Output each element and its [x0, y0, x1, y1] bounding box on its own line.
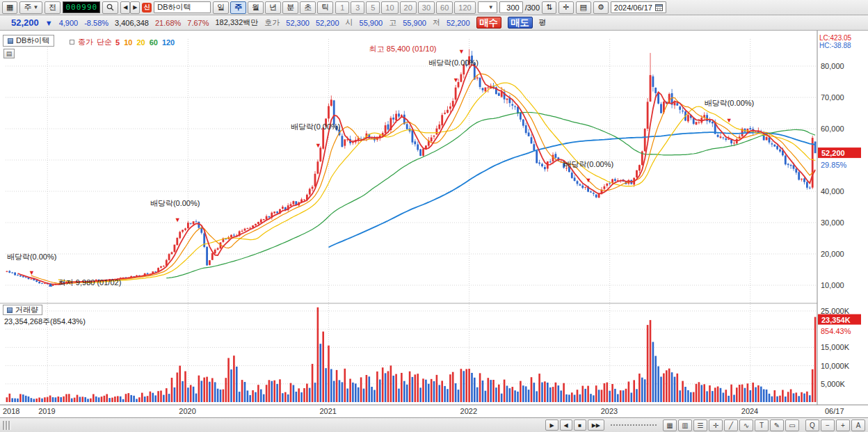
interval-button-120[interactable]: 120: [454, 1, 475, 14]
panel-icon[interactable]: ▥: [678, 419, 692, 431]
chart-title-tab[interactable]: DB하이텍: [3, 35, 54, 47]
legend-ma-10: 10: [124, 38, 132, 47]
year-label-2019: 2019: [38, 407, 55, 415]
search-button[interactable]: [102, 1, 118, 14]
price-volume-chart[interactable]: ▼배당락(0.00%)▲최저 9,980 (01/02)▼배당락(0.00%)▼…: [0, 31, 868, 417]
high-mark-arrow-icon: ▼: [458, 48, 465, 55]
open-price: 55,900: [360, 19, 383, 27]
interval-button-10[interactable]: 10: [381, 1, 398, 14]
price-tick-label: 60,000: [821, 125, 844, 133]
chart-nav-buttons: ▶◀■▶▶: [545, 419, 604, 431]
price-tick-label: 10,000: [821, 281, 844, 289]
period-button-second[interactable]: 초: [300, 1, 316, 14]
chart-style-icon: ▤: [580, 3, 587, 12]
indicator-settings-button[interactable]: ▤: [3, 49, 15, 58]
prev-stock-button[interactable]: ◀: [120, 1, 130, 14]
auto-scale-button[interactable]: A: [851, 419, 865, 431]
interval-button-3[interactable]: 3: [351, 1, 364, 14]
ex-dividend-2023-label: 배당락(0.00%): [705, 99, 755, 107]
price-tick-label: 40,000: [821, 187, 844, 195]
trade-value: 182,332백만: [216, 17, 259, 28]
gear-icon: ⚙: [597, 3, 604, 12]
period-button-day[interactable]: 일: [213, 1, 229, 14]
price-tick-label: 20,000: [821, 250, 844, 258]
legend-ma-60: 60: [150, 38, 158, 47]
wave-icon[interactable]: ∿: [739, 419, 753, 431]
ex-dividend-2022-arrow-icon: ▼: [586, 177, 592, 184]
price-tick-label: 80,000: [821, 62, 844, 70]
asset-type-dropdown[interactable]: 주▼: [19, 1, 42, 14]
indicator-list-icon[interactable]: ☰: [693, 419, 707, 431]
interval-button-30[interactable]: 30: [418, 1, 435, 14]
asset-type-label: 주: [24, 2, 31, 13]
buy-button[interactable]: 매수: [476, 17, 501, 29]
volume-tick-label: 10,000K: [821, 362, 850, 370]
stock-code-input[interactable]: 000990: [63, 1, 100, 13]
period-button-month[interactable]: 월: [248, 1, 264, 14]
turnover-pct: 21.68%: [155, 19, 181, 27]
interval-button-1[interactable]: 1: [335, 1, 349, 14]
grid-icon: ▤: [6, 50, 13, 57]
open-label: 시: [346, 17, 353, 28]
volume-pane-tab[interactable]: 거래량: [3, 305, 42, 315]
eraser-icon[interactable]: ▭: [785, 419, 799, 431]
date-value: 2024/06/17: [614, 3, 652, 12]
volume-pane-label: 거래량: [15, 305, 38, 315]
zoom-mode-button[interactable]: Q: [805, 419, 819, 431]
pencil-icon[interactable]: ✎: [770, 419, 784, 431]
low-price: 52,200: [447, 19, 470, 27]
year-label-2023: 2023: [601, 407, 618, 415]
legend-ma-20: 20: [136, 38, 145, 47]
period-button-year[interactable]: 년: [265, 1, 281, 14]
low-mark-arrow-icon: ▲: [47, 281, 54, 288]
ex-dividend-2019-label: 배당락(0.00%): [150, 199, 200, 207]
window-menu-button[interactable]: ▦: [2, 1, 17, 14]
jeon-button[interactable]: 전: [45, 1, 61, 14]
legend-checkbox[interactable]: [70, 40, 74, 45]
period-button-week[interactable]: 주: [230, 1, 246, 14]
search-icon: [106, 3, 114, 11]
reverse-button[interactable]: ◀: [560, 419, 572, 431]
date-input[interactable]: 2024/06/17: [611, 1, 666, 13]
fast-forward-button[interactable]: ▶▶: [588, 419, 604, 431]
current-price-badge-text: 52,200: [821, 149, 845, 157]
ex-dividend-2020-arrow-icon: ▼: [315, 142, 321, 149]
mini-map-track[interactable]: [611, 424, 657, 426]
drawing-tool-buttons: ▦▥☰✛╱∿T✎▭: [663, 419, 799, 431]
low-label: 저: [433, 17, 440, 28]
up-down-arrows-icon: ⇅: [546, 3, 552, 12]
text-tool-icon[interactable]: T: [755, 419, 769, 431]
chart-style-button[interactable]: ▤: [576, 1, 591, 14]
chart-type-dropdown[interactable]: ▼: [478, 1, 497, 13]
drag-handle[interactable]: [3, 421, 11, 430]
chart-title: DB하이텍: [16, 35, 49, 46]
play-button[interactable]: ▶: [545, 419, 558, 431]
next-stock-button[interactable]: ▶: [130, 1, 140, 14]
legend-ma-type: 단순: [97, 37, 112, 47]
period-button-tick[interactable]: 틱: [317, 1, 333, 14]
year-label-2020: 2020: [179, 407, 195, 415]
crosshair-tool-button[interactable]: ✛: [558, 1, 573, 14]
zoom-out-button[interactable]: −: [821, 419, 835, 431]
layout-grid-icon[interactable]: ▦: [663, 419, 677, 431]
bid-price: 52,200: [316, 19, 339, 27]
chart-window-icon: ▦: [6, 3, 13, 12]
crosshair-icon[interactable]: ✛: [709, 419, 723, 431]
ask-price: 52,300: [286, 19, 310, 27]
trendline-icon[interactable]: ╱: [724, 419, 738, 431]
price-tick-label: 70,000: [821, 93, 844, 102]
interval-button-5[interactable]: 5: [366, 1, 380, 14]
ma-120-line: [329, 132, 816, 247]
year-label-2024: 2024: [741, 407, 758, 415]
bar-count-input[interactable]: 300: [499, 1, 523, 13]
zoom-in-button[interactable]: +: [836, 419, 850, 431]
settings-button[interactable]: ⚙: [593, 1, 609, 14]
sell-button[interactable]: 매도: [508, 17, 533, 29]
period-button-minute[interactable]: 분: [282, 1, 298, 14]
hc-value: HC:-38.88: [819, 42, 851, 49]
interval-button-60[interactable]: 60: [436, 1, 453, 14]
stop-button[interactable]: ■: [574, 419, 586, 431]
lc-hc-readout: LC:423.05 HC:-38.88: [819, 34, 851, 49]
sort-button[interactable]: ⇅: [542, 1, 556, 14]
interval-button-20[interactable]: 20: [400, 1, 417, 14]
